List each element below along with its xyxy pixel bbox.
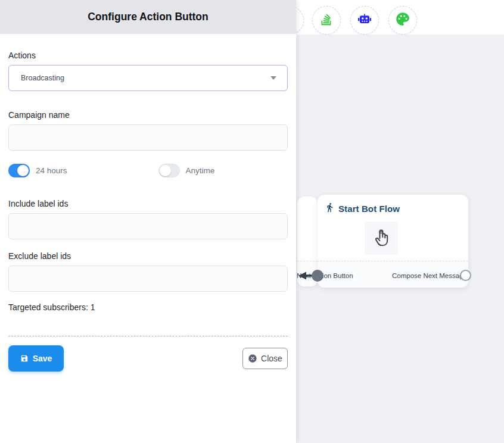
- canvas-tool-bot-button[interactable]: [350, 6, 379, 35]
- actions-label: Actions: [8, 51, 288, 60]
- include-label-ids-input[interactable]: [8, 213, 288, 239]
- close-button[interactable]: Close: [242, 348, 288, 369]
- close-button-label: Close: [261, 354, 282, 363]
- exclude-label-ids-label: Exclude label ids: [8, 251, 288, 261]
- walking-person-icon: [325, 202, 335, 215]
- node-title: Start Bot Flow: [338, 204, 400, 214]
- panel-title: Configure Action Button: [88, 11, 209, 23]
- toggle-knob: [160, 165, 171, 176]
- include-label-ids-label: Include label ids: [8, 199, 288, 208]
- node-drag-area[interactable]: [365, 222, 398, 255]
- save-button-label: Save: [33, 354, 52, 363]
- save-button[interactable]: Save: [8, 345, 64, 372]
- toggle-anytime-label: Anytime: [186, 166, 215, 175]
- flow-canvas[interactable]: Start Bot Flow Next Action Button Compos…: [296, 0, 504, 443]
- campaign-name-label: Campaign name: [8, 110, 288, 120]
- panel-divider: [8, 336, 288, 336]
- toggle-anytime[interactable]: [158, 164, 180, 177]
- chevron-down-icon: [270, 76, 276, 80]
- panel-header: Configure Action Button: [0, 0, 296, 34]
- campaign-name-input[interactable]: [8, 124, 288, 151]
- toggle-knob: [17, 165, 29, 176]
- targeted-subscribers-text: Targeted subscribers: 1: [8, 302, 288, 312]
- configure-action-panel: Configure Action Button Actions Broadcas…: [0, 0, 296, 443]
- handle-compose-next-message[interactable]: [460, 270, 471, 281]
- handle-label-compose-next: Compose Next Message: [392, 272, 467, 279]
- tap-hand-icon: [371, 226, 392, 250]
- handle-next-action-button[interactable]: [312, 270, 323, 282]
- actions-select[interactable]: Broadcasting: [8, 65, 288, 91]
- toggle-24-hours-label: 24 hours: [36, 166, 67, 175]
- stack-icon: [319, 11, 334, 29]
- canvas-tool-theme-button[interactable]: [388, 6, 417, 35]
- robot-icon: [357, 11, 372, 29]
- palette-icon: [395, 11, 410, 29]
- close-circle-icon: [248, 354, 257, 363]
- canvas-tool-broadcast-button[interactable]: [312, 6, 341, 35]
- exclude-label-ids-input[interactable]: [8, 266, 288, 292]
- save-icon: [20, 354, 29, 363]
- actions-selected-value: Broadcasting: [21, 74, 64, 82]
- toggle-24-hours[interactable]: [8, 164, 30, 177]
